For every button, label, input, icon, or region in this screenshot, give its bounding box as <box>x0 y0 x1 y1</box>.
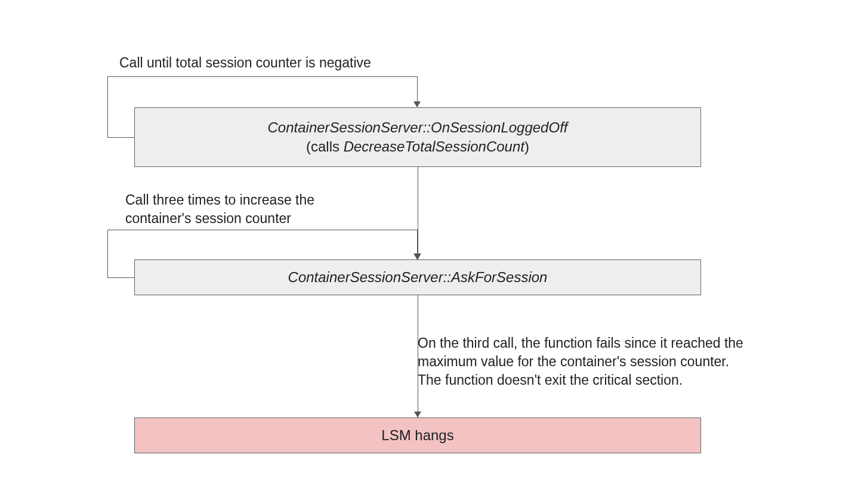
loop-b-edge <box>107 230 418 230</box>
arrowhead-icon <box>414 412 421 418</box>
node-a-title: ContainerSessionServer::OnSessionLoggedO… <box>268 118 568 137</box>
node-lsm-hangs: LSM hangs <box>134 418 701 453</box>
annotation-mid-loop: Call three times to increase the contain… <box>125 191 388 228</box>
node-a-sub-suffix: ) <box>524 138 529 154</box>
annotation-top-loop: Call until total session counter is nega… <box>119 54 597 72</box>
node-b-title: ContainerSessionServer::AskForSession <box>288 268 548 287</box>
diagram-canvas: Call until total session counter is nega… <box>0 0 852 504</box>
arrowhead-icon <box>413 253 421 259</box>
arrowhead-icon <box>413 101 421 107</box>
edge-a-to-b <box>418 167 418 259</box>
annotation-bottom-line3: The function doesn't exit the critical s… <box>418 371 788 389</box>
node-onsessionloggedoff: ContainerSessionServer::OnSessionLoggedO… <box>134 107 701 167</box>
loop-a-edge <box>107 76 418 77</box>
loop-a-edge <box>107 137 134 138</box>
loop-b-edge <box>107 230 108 277</box>
annotation-mid-loop-line1: Call three times to increase the <box>125 191 388 209</box>
loop-b-edge <box>107 277 134 278</box>
annotation-bottom-line1: On the third call, the function fails si… <box>418 334 788 353</box>
node-a-subtitle: (calls DecreaseTotalSessionCount) <box>306 137 529 156</box>
annotation-bottom-line2: maximum value for the container's sessio… <box>418 353 788 371</box>
node-askforsession: ContainerSessionServer::AskForSession <box>134 259 701 295</box>
node-c-title: LSM hangs <box>381 426 453 445</box>
annotation-top-loop-text: Call until total session counter is nega… <box>119 55 371 70</box>
node-a-sub-italic: DecreaseTotalSessionCount <box>344 138 524 154</box>
annotation-mid-loop-line2: container's session counter <box>125 209 388 228</box>
node-a-sub-prefix: (calls <box>306 138 344 154</box>
loop-a-edge <box>107 76 108 138</box>
annotation-bottom-note: On the third call, the function fails si… <box>418 334 788 389</box>
